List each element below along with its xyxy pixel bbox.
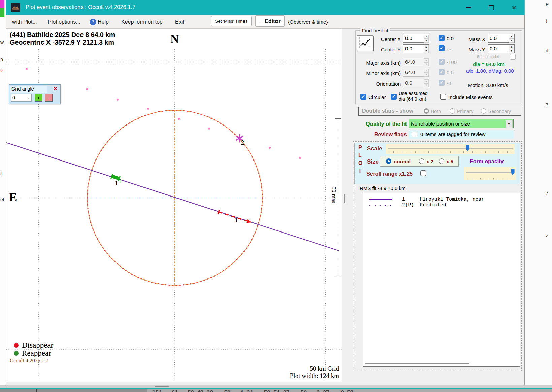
mass-x-spinner[interactable]: ▲▼ [509, 35, 514, 42]
orientation-label: Orientation [357, 81, 401, 87]
grid-angle-select[interactable]: 0 ⌄ [11, 94, 32, 102]
plot-title-line1: (441) Bathilde 2025 Dec 8 64.0 km [10, 31, 115, 39]
grid-angle-plus-button[interactable]: + [35, 94, 42, 102]
grid-angle-value: 0 [12, 95, 15, 100]
scroll-range-checkbox[interactable] [420, 170, 426, 176]
center-x-checkbox[interactable]: ✓ [439, 35, 445, 41]
quality-select[interactable]: No reliable position or size ▼ [409, 119, 514, 128]
edge-glyph: > [546, 233, 548, 238]
scale-slider-thumb[interactable] [466, 145, 469, 151]
center-y-spinner[interactable]: ▲▼ [424, 45, 429, 52]
legend-disappear-label: Disappear [22, 341, 53, 350]
major-axis-spinner: ▲▼ [424, 58, 429, 66]
observer-row-1[interactable]: 1 Hiroyuki Tomioka, near [402, 197, 484, 202]
circular-checkbox[interactable]: ✓ [360, 94, 366, 100]
event-segment-arrowhead [246, 219, 251, 223]
review-flags-label: Review flags [357, 132, 407, 138]
menu-with-plot[interactable]: with Plot... [12, 17, 37, 26]
review-flags-checkbox[interactable] [412, 132, 417, 137]
grid-angle-title: Grid angle [10, 86, 47, 93]
plot-vertical-l: L [358, 152, 362, 158]
size-x2-radio[interactable] [419, 158, 424, 164]
menu-bar: with Plot... Plot options... ? Help Keep… [6, 15, 524, 29]
chevron-down-icon[interactable]: ▼ [506, 120, 512, 128]
form-opacity-slider[interactable] [464, 167, 516, 180]
edge-glyph: v [0, 68, 3, 73]
background-window-dark-block [0, 389, 147, 392]
observation-plot-panel[interactable]: 112 (441) Bathilde 2025 Dec 8 64.0 km Ge… [6, 29, 342, 382]
mass-x-field[interactable]: 0.0▲▼ [488, 34, 515, 43]
resize-grip [155, 386, 169, 387]
editor-button[interactable]: →Editor [255, 15, 285, 27]
mass-y-spinner[interactable]: ▲▼ [509, 45, 514, 52]
scale-slider[interactable] [386, 144, 515, 154]
grid-angle-minus-button[interactable]: − [45, 94, 53, 102]
edge-glyph: it [546, 48, 548, 54]
grid-note: 50 km Grid [310, 365, 339, 372]
center-y-field[interactable]: 0.0▲▼ [403, 44, 429, 53]
edge-glyph: h [0, 57, 3, 62]
title-bar[interactable]: Plot event observations : Occult v.4.202… [6, 0, 524, 15]
mass-y-field[interactable]: 0.0▲▼ [488, 44, 515, 53]
observer1-chord-line [6, 143, 339, 251]
size-x5-label: x 5 [446, 158, 453, 164]
plot-vertical-t: T [358, 168, 362, 174]
scale-slider-ticks [389, 151, 513, 153]
major-axis-checkbox: ✓ [439, 59, 445, 65]
double-stars-title: Double stars - show [362, 108, 413, 114]
center-x-spinner[interactable]: ▲▼ [424, 35, 429, 42]
observer-row-2[interactable]: 2(P) Predicted [402, 202, 446, 208]
plot-title-line2: Geocentric X -3572.9 Y 2121.3 km [10, 39, 114, 46]
find-best-fit-title: Find best fit [360, 28, 390, 33]
minimize-button[interactable] [461, 3, 476, 13]
center-y-checkbox[interactable]: ✓ [439, 45, 445, 51]
size-label: Size [367, 158, 379, 165]
background-window-right-edge: E)it?7> [525, 0, 552, 385]
include-miss-checkbox[interactable] [440, 94, 446, 100]
menu-plot-options[interactable]: Plot options... [48, 17, 80, 26]
dia-note: dia = 64.0 km [473, 61, 505, 67]
east-label: E [9, 191, 17, 204]
minor-axis-flag-label: 0.0 [447, 70, 454, 75]
background-window-tick [36, 389, 37, 392]
size-x5-radio[interactable] [439, 158, 444, 164]
legend-reappear-label: Reappear [22, 349, 51, 358]
observation-plot-svg: 112 [6, 29, 342, 382]
close-button[interactable]: ✕ [506, 3, 522, 13]
desktop-gap-strip [0, 385, 552, 388]
center-x-field[interactable]: 0.0▲▼ [403, 34, 429, 43]
list-hscrollbar-thumb[interactable] [365, 363, 469, 364]
splitter-handle[interactable] [344, 194, 345, 203]
edge-glyph: ) [546, 18, 547, 24]
chord1-line-sample [369, 199, 392, 200]
size-x2-label: x 2 [426, 158, 433, 164]
size-normal-radio[interactable] [386, 158, 391, 164]
menu-help[interactable]: Help [98, 17, 109, 26]
edge-glyph: E [546, 2, 549, 7]
edge-glyph: ? [546, 102, 548, 107]
minor-axis-field: 64.0▲▼ [403, 68, 429, 77]
orientation-field: 0.0▲▼ [403, 79, 429, 87]
predicted-point-label: 2 [241, 139, 244, 146]
menu-keep-on-top[interactable]: Keep form on top [121, 17, 163, 26]
use-assumed-label-2: dia (64.0 km) [399, 96, 426, 102]
size-group: normal x 2 x 5 [380, 156, 459, 167]
menu-exit[interactable]: Exit [175, 17, 184, 26]
include-miss-label: Include Miss events [448, 94, 493, 100]
grid-angle-close-icon[interactable]: ✕ [53, 85, 58, 92]
shape-model-checkbox[interactable] [510, 54, 516, 60]
form-opacity-slider-thumb[interactable] [511, 169, 515, 175]
orientation-spinner: ▲▼ [424, 79, 429, 87]
observer-list[interactable]: 1 Hiroyuki Tomioka, near 2(P) Predicted [363, 193, 520, 367]
maximize-button[interactable] [483, 3, 499, 13]
grid-angle-panel[interactable]: Grid angle ✕ 0 ⌄ + − [9, 84, 61, 104]
legend-disappear: Disappear [14, 341, 53, 350]
background-window-strip: 154 -61 50 49 30 50 4 34 50 51 37 50 2 2… [0, 389, 552, 392]
predicted-track-dot [178, 118, 180, 120]
major-axis-flag-label: -100 [447, 59, 457, 65]
use-assumed-dia-checkbox[interactable]: ✓ [391, 94, 397, 100]
set-miss-times-button[interactable]: Set 'Miss' Times [211, 16, 252, 26]
predicted-track-dot [208, 128, 210, 130]
help-icon: ? [90, 19, 96, 25]
double-stars-both-label: Both [431, 109, 441, 114]
